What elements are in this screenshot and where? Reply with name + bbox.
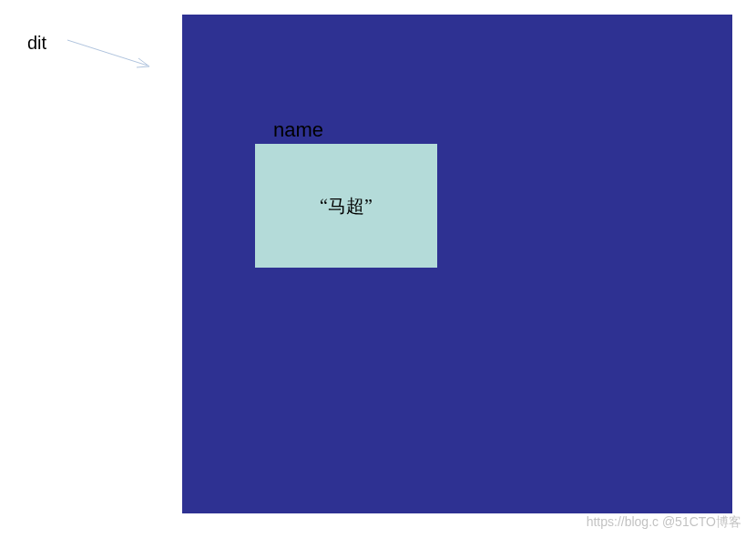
outer-label: dit [27, 33, 46, 54]
inner-value-box: “马超” [255, 144, 437, 268]
svg-line-0 [67, 40, 148, 66]
watermark-text: https://blog.c @51CTO博客 [587, 514, 741, 531]
inner-value-text: “马超” [320, 194, 373, 218]
inner-label: name [273, 118, 323, 142]
arrow-icon [66, 36, 157, 73]
